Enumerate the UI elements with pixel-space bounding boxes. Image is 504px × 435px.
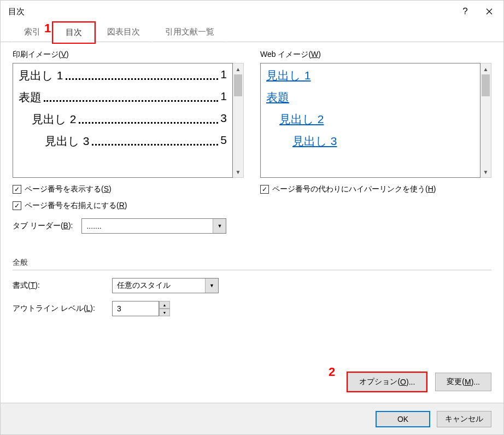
general-section: 全般 書式(T): 任意のスタイル ▼ アウトライン レベル(L): ▲ ▼	[1, 258, 503, 316]
close-button[interactable]	[477, 3, 501, 20]
hyperlink-label: ページ番号の代わりにハイパーリンクを使う(H)	[272, 184, 436, 194]
web-preview-line: 表題	[266, 90, 474, 105]
web-link[interactable]: 見出し 1	[266, 69, 311, 82]
chevron-down-icon[interactable]: ▼	[213, 219, 226, 233]
tab-leader-value: .......	[82, 222, 213, 230]
tab-leader-label: タブ リーダー(B):	[13, 221, 73, 231]
print-preview-box: 見出し 11 表題1 見出し 23 見出し 35	[13, 63, 233, 178]
help-button[interactable]: ?	[453, 3, 477, 20]
web-preview-line: 見出し 1	[266, 68, 474, 83]
cancel-button[interactable]: キャンセル	[437, 411, 491, 427]
modify-button[interactable]: 変更(M)...	[435, 373, 491, 391]
tab-toc[interactable]: 目次	[53, 22, 95, 43]
annotation-1: 1	[44, 21, 51, 36]
format-value: 任意のスタイル	[113, 281, 205, 291]
show-pagenum-label: ページ番号を表示する(S)	[25, 184, 112, 194]
format-label: 書式(T):	[13, 281, 106, 291]
scroll-down-icon[interactable]: ▼	[480, 166, 491, 177]
tab-leader-combo[interactable]: ....... ▼	[81, 218, 226, 234]
outline-level-spinner[interactable]: ▲ ▼	[112, 301, 170, 316]
print-preview-col: 印刷イメージ(V) 見出し 11 表題1 見出し 23 見出し 35 ▲ ▼ ✓…	[13, 50, 244, 234]
scroll-up-icon[interactable]: ▲	[233, 63, 243, 74]
tabstrip: 索引 目次 図表目次 引用文献一覧	[1, 22, 503, 42]
ok-button[interactable]: OK	[376, 411, 430, 427]
scroll-up-icon[interactable]: ▲	[480, 63, 491, 74]
show-pagenum-checkbox[interactable]: ✓	[13, 185, 21, 194]
right-align-label: ページ番号を右揃えにする(R)	[25, 201, 127, 211]
hyperlink-checkbox[interactable]: ✓	[260, 185, 269, 194]
web-link[interactable]: 見出し 2	[279, 113, 324, 125]
scroll-down-icon[interactable]: ▼	[233, 166, 243, 177]
outline-label: アウトライン レベル(L):	[13, 304, 106, 314]
print-preview-label: 印刷イメージ(V)	[13, 50, 244, 60]
close-icon	[486, 8, 493, 15]
tab-content: 印刷イメージ(V) 見出し 11 表題1 見出し 23 見出し 35 ▲ ▼ ✓…	[1, 42, 503, 241]
scrollbar[interactable]: ▲ ▼	[233, 63, 244, 178]
dialog-title: 目次	[8, 7, 453, 17]
scroll-thumb[interactable]	[234, 74, 242, 96]
spinner-down-icon[interactable]: ▼	[159, 309, 170, 316]
outline-level-input[interactable]	[112, 301, 159, 316]
annotation-2: 2	[329, 365, 335, 379]
general-heading: 全般	[13, 258, 491, 268]
toc-preview-line: 表題1	[19, 90, 227, 105]
titlebar: 目次 ?	[1, 1, 503, 22]
web-link[interactable]: 表題	[266, 91, 289, 103]
options-button[interactable]: オプション(O)...	[348, 373, 426, 391]
toc-preview-line: 見出し 23	[19, 112, 227, 127]
scrollbar[interactable]: ▲ ▼	[480, 63, 491, 178]
web-preview-col: Web イメージ(W) 見出し 1 表題 見出し 2 見出し 3 ▲ ▼ ✓ ペ…	[260, 50, 491, 234]
toc-preview-line: 見出し 35	[19, 134, 227, 149]
tab-citations[interactable]: 引用文献一覧	[153, 22, 227, 42]
web-preview-line: 見出し 3	[266, 134, 474, 149]
format-combo[interactable]: 任意のスタイル ▼	[112, 278, 219, 293]
web-preview-line: 見出し 2	[266, 112, 474, 127]
web-link[interactable]: 見出し 3	[292, 135, 337, 147]
chevron-down-icon[interactable]: ▼	[205, 279, 218, 293]
tab-figures[interactable]: 図表目次	[95, 22, 153, 42]
toc-dialog: 1 2 目次 ? 索引 目次 図表目次 引用文献一覧 印刷イメージ(V) 見出し…	[0, 0, 504, 435]
web-preview-label: Web イメージ(W)	[260, 50, 491, 60]
right-align-checkbox[interactable]: ✓	[13, 201, 21, 210]
web-preview-box: 見出し 1 表題 見出し 2 見出し 3	[260, 63, 480, 178]
scroll-thumb[interactable]	[482, 74, 490, 96]
dialog-button-bar: OK キャンセル	[1, 403, 503, 434]
toc-preview-line: 見出し 11	[19, 68, 227, 83]
spinner-up-icon[interactable]: ▲	[159, 301, 170, 309]
